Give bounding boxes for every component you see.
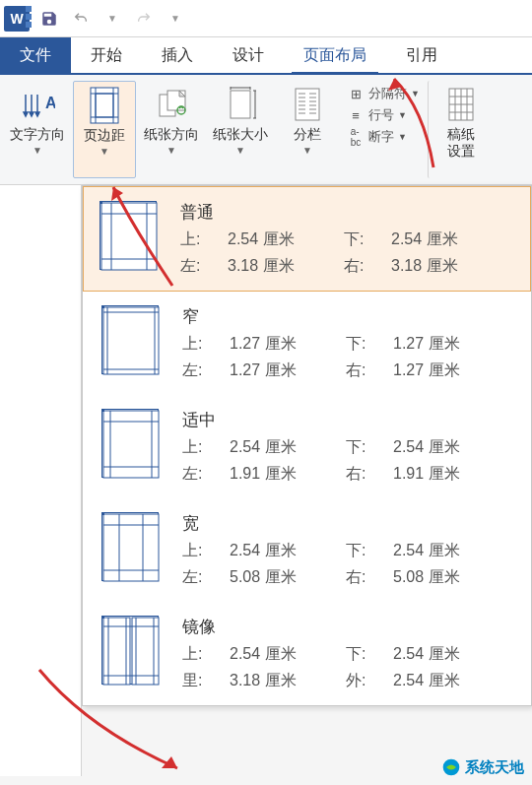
tab-layout[interactable]: 页面布局: [284, 37, 386, 73]
qat-customize[interactable]: ▼: [164, 7, 187, 31]
orientation-icon: [152, 85, 191, 124]
title-bar: W ▼ ▼: [0, 0, 532, 37]
margin-option-title: 窄: [182, 305, 515, 328]
hyphenation-icon: a-bc: [347, 129, 365, 145]
svg-rect-7: [91, 88, 118, 123]
text-direction-label: 文字方向: [10, 126, 65, 143]
dropdown-arrow-icon: ▼: [398, 132, 407, 142]
watermark-icon: [441, 757, 461, 777]
margin-option-wide[interactable]: 宽 上: 2.54 厘米 下: 2.54 厘米 左: 5.08 厘米 右: 5.…: [83, 498, 531, 602]
margin-top-label: 上:: [180, 229, 220, 250]
line-numbers-button[interactable]: ≡ 行号 ▼: [347, 106, 420, 124]
margins-button[interactable]: 页边距 ▼: [73, 81, 136, 178]
ribbon: A 文字方向 ▼ 页边距 ▼ 纸张方向 ▼ 纸张大小 ▼ 分栏 ▼ ⊞: [0, 75, 532, 185]
margin-option-title: 宽: [182, 512, 515, 535]
dropdown-arrow-icon: ▼: [411, 89, 420, 98]
page-setup-small-group: ⊞ 分隔符 ▼ ≡ 行号 ▼ a-bc 断字 ▼: [341, 81, 426, 178]
text-direction-icon: A: [18, 85, 57, 124]
paper-size-icon: [221, 85, 260, 124]
margin-narrow-icon: [101, 305, 159, 374]
margins-icon: [85, 86, 124, 125]
margin-bottom-value: 2.54 厘米: [391, 229, 499, 250]
tab-design[interactable]: 设计: [213, 37, 284, 73]
breaks-button[interactable]: ⊞ 分隔符 ▼: [347, 85, 420, 102]
dropdown-arrow-icon: ▼: [398, 110, 407, 120]
margin-bottom-label: 下:: [344, 229, 383, 250]
svg-rect-16: [231, 91, 250, 118]
columns-icon: [288, 85, 327, 124]
orientation-label: 纸张方向: [144, 126, 199, 143]
margin-option-normal[interactable]: 普通 上: 2.54 厘米 下: 2.54 厘米 左: 3.18 厘米 右: 3…: [83, 186, 531, 292]
undo-button[interactable]: [69, 7, 93, 31]
margin-left-value: 3.18 厘米: [228, 256, 336, 277]
undo-dropdown[interactable]: ▼: [100, 7, 124, 31]
text-direction-button[interactable]: A 文字方向 ▼: [4, 81, 71, 178]
margin-option-title: 镜像: [182, 616, 515, 638]
margin-wide-icon: [101, 512, 159, 581]
manuscript-label: 稿纸设置: [447, 126, 475, 160]
tab-home[interactable]: 开始: [71, 37, 142, 73]
svg-rect-58: [103, 514, 159, 581]
paper-size-button[interactable]: 纸张大小 ▼: [207, 81, 274, 178]
ribbon-tabs: 文件 开始 插入 设计 页面布局 引用: [0, 37, 532, 75]
breaks-label: 分隔符: [368, 85, 407, 102]
margin-right-label: 右:: [344, 256, 383, 277]
margin-moderate-icon: [101, 409, 159, 478]
margin-option-moderate[interactable]: 适中 上: 2.54 厘米 下: 2.54 厘米 左: 1.91 厘米 右: 1…: [83, 395, 531, 498]
save-button[interactable]: [37, 7, 61, 31]
svg-marker-4: [30, 112, 33, 116]
margin-option-narrow[interactable]: 窄 上: 1.27 厘米 下: 1.27 厘米 左: 1.27 厘米 右: 1.…: [83, 292, 531, 395]
svg-marker-3: [24, 112, 28, 116]
svg-rect-43: [101, 203, 157, 270]
margin-left-label: 左:: [180, 256, 220, 277]
columns-button[interactable]: 分栏 ▼: [276, 81, 339, 178]
svg-marker-73: [162, 756, 177, 768]
line-numbers-icon: ≡: [347, 107, 365, 123]
manuscript-button[interactable]: 稿纸设置: [428, 81, 491, 178]
svg-rect-53: [103, 411, 159, 478]
margins-dropdown: 普通 上: 2.54 厘米 下: 2.54 厘米 左: 3.18 厘米 右: 3…: [82, 185, 532, 706]
columns-label: 分栏: [294, 126, 321, 143]
svg-rect-48: [103, 307, 159, 374]
paper-size-label: 纸张大小: [213, 126, 268, 143]
word-app-icon: W: [4, 6, 30, 32]
margin-mirrored-icon: [101, 616, 159, 685]
tab-file[interactable]: 文件: [0, 37, 71, 73]
margins-label: 页边距: [84, 127, 125, 144]
watermark: 系统天地: [441, 757, 524, 777]
margin-normal-icon: [100, 201, 157, 270]
svg-marker-5: [35, 112, 39, 116]
dropdown-arrow-icon: ▼: [166, 145, 176, 156]
document-area: [0, 185, 82, 776]
hyphenation-label: 断字: [368, 128, 394, 146]
svg-text:A: A: [45, 95, 55, 111]
hyphenation-button[interactable]: a-bc 断字 ▼: [347, 128, 420, 146]
tab-insert[interactable]: 插入: [142, 37, 213, 73]
dropdown-arrow-icon: ▼: [235, 145, 245, 156]
manuscript-icon: [441, 85, 481, 124]
margin-option-mirrored[interactable]: 镜像 上: 2.54 厘米 下: 2.54 厘米 里: 3.18 厘米 外: 2…: [83, 602, 531, 705]
dropdown-arrow-icon: ▼: [302, 145, 312, 156]
margin-right-value: 3.18 厘米: [391, 256, 499, 277]
dropdown-arrow-icon: ▼: [100, 146, 109, 157]
margin-option-title: 适中: [182, 409, 515, 431]
margin-top-value: 2.54 厘米: [228, 229, 336, 250]
breaks-icon: ⊞: [347, 86, 365, 101]
dropdown-arrow-icon: ▼: [33, 145, 42, 156]
tab-references[interactable]: 引用: [386, 37, 457, 73]
redo-button[interactable]: [132, 7, 156, 31]
margin-option-title: 普通: [180, 201, 514, 224]
orientation-button[interactable]: 纸张方向 ▼: [138, 81, 205, 178]
line-numbers-label: 行号: [368, 106, 394, 124]
